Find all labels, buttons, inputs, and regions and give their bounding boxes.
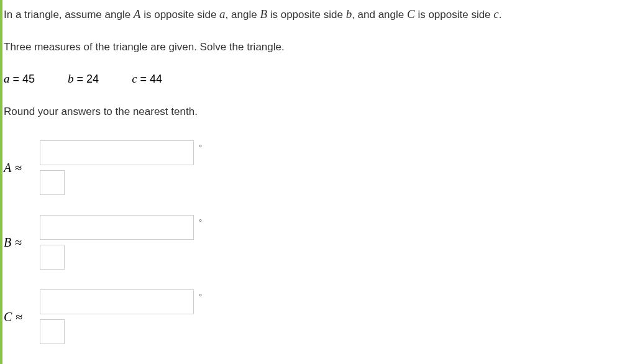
- var-b: b: [68, 72, 74, 85]
- input-wrap-B: °: [40, 215, 202, 240]
- label-C: C ≈: [4, 310, 40, 324]
- given-b: b = 24: [68, 73, 99, 85]
- var-c: c: [132, 72, 137, 85]
- angle-B-extra-input[interactable]: [40, 245, 65, 270]
- intro-text: In a triangle, assume angle A is opposit…: [4, 0, 640, 29]
- degree-icon: °: [199, 143, 202, 152]
- rounding-instruction: Round your answers to the nearest tenth.: [4, 99, 640, 137]
- input-group-C: °: [40, 289, 202, 344]
- value-a: = 45: [10, 73, 35, 85]
- given-a: a = 45: [4, 73, 35, 85]
- var-a: a: [4, 72, 10, 85]
- text-segment: is opposite side: [267, 9, 346, 20]
- var-B: B: [260, 7, 267, 20]
- answer-row-A: A ≈ °: [4, 137, 640, 199]
- var-a: a: [219, 7, 226, 20]
- answer-row-B: B ≈ °: [4, 211, 640, 273]
- angle-C-extra-input[interactable]: [40, 319, 65, 344]
- value-c: = 44: [137, 73, 163, 85]
- approx-symbol: ≈: [16, 310, 22, 324]
- angle-B-input[interactable]: [40, 215, 194, 240]
- angle-A-extra-input[interactable]: [40, 170, 65, 195]
- var-c: c: [493, 7, 498, 20]
- var-A: A: [134, 7, 141, 20]
- var-B: B: [4, 235, 11, 250]
- input-group-B: °: [40, 215, 202, 270]
- given-c: c = 44: [132, 73, 162, 85]
- answer-row-C: C ≈ °: [4, 286, 640, 348]
- text-segment: is opposite side: [140, 9, 219, 20]
- text-segment: In a triangle, assume angle: [4, 9, 134, 20]
- input-group-A: °: [40, 140, 202, 195]
- approx-symbol: ≈: [15, 161, 22, 175]
- var-C: C: [4, 310, 12, 324]
- input-wrap-A: °: [40, 140, 202, 165]
- input-wrap-C: °: [40, 289, 202, 314]
- degree-icon: °: [199, 217, 202, 227]
- label-A: A ≈: [4, 161, 40, 175]
- instruction-text: Three measures of the triangle are given…: [4, 29, 640, 58]
- var-C: C: [407, 7, 415, 20]
- var-A: A: [4, 161, 11, 175]
- text-segment: .: [499, 9, 502, 20]
- angle-A-input[interactable]: [40, 140, 194, 165]
- given-values: a = 45 b = 24 c = 44: [4, 58, 640, 99]
- var-b: b: [346, 7, 352, 20]
- value-b: = 24: [74, 73, 99, 85]
- degree-icon: °: [199, 292, 202, 301]
- text-segment: , and angle: [352, 9, 407, 20]
- text-segment: is opposite side: [415, 9, 494, 20]
- approx-symbol: ≈: [15, 235, 22, 250]
- angle-C-input[interactable]: [40, 289, 194, 314]
- text-segment: , angle: [226, 9, 260, 20]
- question-container: In a triangle, assume angle A is opposit…: [0, 0, 640, 364]
- label-B: B ≈: [4, 235, 40, 250]
